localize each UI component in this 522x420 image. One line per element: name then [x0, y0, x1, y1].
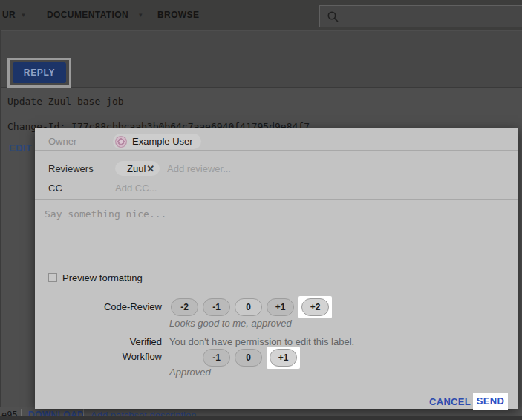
- search-icon: [327, 10, 339, 23]
- code-review-plus2-button[interactable]: +2: [301, 298, 329, 316]
- reviewer-name: Zuul: [127, 163, 146, 174]
- cancel-button[interactable]: CANCEL: [429, 396, 471, 407]
- nav-item-label: UR: [2, 10, 16, 20]
- workflow-buttons: -1 0 +1: [203, 347, 300, 369]
- search-input[interactable]: [345, 11, 522, 22]
- edit-link[interactable]: EDIT: [9, 142, 32, 154]
- code-review-plus1-button[interactable]: +1: [267, 298, 294, 316]
- top-nav-bar: UR ▾ DOCUMENTATION ▾ BROWSE: [0, 0, 522, 30]
- code-review-label: Code-Review: [35, 301, 162, 312]
- search-box[interactable]: [319, 5, 522, 27]
- code-review-buttons: -2 -1 0 +1 +2: [171, 296, 332, 318]
- send-button[interactable]: SEND: [477, 396, 504, 407]
- avatar-icon: [115, 136, 127, 148]
- owner-name: Example User: [132, 136, 193, 147]
- highlight-box: +2: [298, 296, 332, 318]
- reviewer-chip[interactable]: Zuul ✕: [115, 161, 160, 176]
- workflow-plus1-button[interactable]: +1: [270, 349, 297, 367]
- add-reviewer-input[interactable]: [167, 161, 330, 176]
- verified-label: Verified: [35, 336, 162, 347]
- code-review-description: Looks good to me, approved: [169, 318, 292, 329]
- gerrit-change-screen: UR ▾ DOCUMENTATION ▾ BROWSE REPLY Update…: [0, 0, 522, 420]
- workflow-label: Workflow: [35, 351, 162, 362]
- owner-chip[interactable]: Example User: [113, 134, 201, 149]
- cc-label: CC: [48, 183, 62, 194]
- page-bottom-edge: [0, 416, 522, 420]
- add-cc-input[interactable]: [115, 180, 278, 195]
- preview-formatting-checkbox[interactable]: [48, 273, 57, 282]
- caret-down-icon: ▾: [139, 11, 143, 19]
- highlight-box: +1: [267, 347, 300, 369]
- verified-permission-text: You don't have permission to edit this l…: [169, 336, 354, 347]
- page-left-edge: [0, 30, 1, 420]
- workflow-zero-button[interactable]: 0: [235, 349, 262, 367]
- code-review-minus2-button[interactable]: -2: [171, 298, 198, 316]
- commit-subject: Update Zuul base job: [7, 96, 124, 107]
- reply-button[interactable]: REPLY: [13, 62, 66, 83]
- code-review-minus1-button[interactable]: -1: [203, 298, 230, 316]
- reply-dialog: Owner Example User Reviewers Zuul ✕ CC P…: [35, 128, 518, 409]
- preview-formatting-label: Preview formatting: [62, 272, 143, 283]
- send-highlight-box: SEND: [473, 393, 508, 410]
- workflow-description: Approved: [169, 367, 211, 378]
- divider: [35, 266, 518, 266]
- workflow-minus1-button[interactable]: -1: [203, 349, 230, 367]
- nav-item-label: DOCUMENTATION: [47, 10, 128, 20]
- divider: [35, 150, 518, 151]
- nav-item-label: BROWSE: [157, 10, 199, 20]
- change-actions-strip: REPLY: [0, 31, 522, 88]
- nav-item-documentation[interactable]: DOCUMENTATION ▾: [47, 0, 143, 30]
- owner-label: Owner: [48, 136, 76, 147]
- reviewers-label: Reviewers: [48, 163, 94, 174]
- remove-reviewer-icon[interactable]: ✕: [146, 164, 154, 174]
- nav-item-your[interactable]: UR ▾: [2, 0, 25, 30]
- divider: [35, 295, 518, 295]
- nav-item-browse[interactable]: BROWSE: [157, 0, 199, 30]
- code-review-zero-button[interactable]: 0: [235, 298, 262, 316]
- reply-highlight-frame: REPLY: [7, 58, 71, 88]
- reply-message-textarea[interactable]: [35, 200, 518, 265]
- caret-down-icon: ▾: [22, 11, 25, 19]
